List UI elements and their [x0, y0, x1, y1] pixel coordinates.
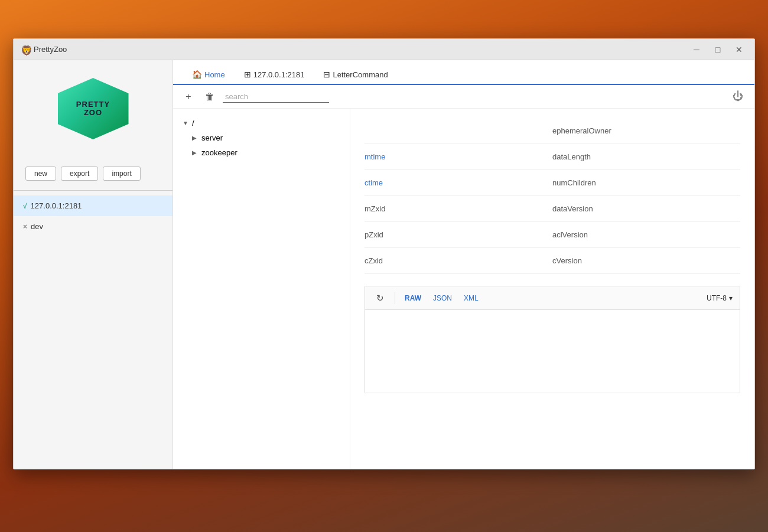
encoding-arrow: ▾: [729, 294, 733, 302]
server-prefix-active: √: [23, 202, 27, 210]
new-button[interactable]: new: [25, 167, 56, 181]
encoding-label: UTF-8: [707, 294, 727, 302]
hex-shape: PRETTY ZOO: [58, 78, 129, 139]
format-json-button[interactable]: JSON: [431, 293, 454, 303]
logo-text: PRETTY ZOO: [76, 100, 110, 118]
power-button[interactable]: ⏻: [728, 87, 747, 106]
detail-mzxid: mZxid: [365, 196, 552, 222]
detail-mtime: mtime: [365, 144, 552, 170]
server-name-dev: dev: [31, 222, 43, 231]
server-arrow: ▶: [192, 135, 199, 141]
root-arrow: ▼: [183, 120, 190, 126]
breadcrumb-home[interactable]: 🏠 Home: [183, 65, 235, 85]
format-raw-button[interactable]: RAW: [402, 293, 424, 303]
maximize-button[interactable]: □: [710, 43, 726, 56]
detail-grid: ephemeralOwner mtime dataLength ctime nu…: [365, 118, 740, 274]
zookeeper-arrow: ▶: [192, 149, 199, 156]
tree-and-detail: ▼ / ▶ server ▶ zookeeper: [173, 109, 754, 469]
detail-cversion: cVersion: [552, 248, 740, 274]
refresh-button[interactable]: ↻: [372, 291, 388, 306]
window-body: PRETTY ZOO new export import √ 127.0.0.1…: [14, 60, 754, 469]
export-button[interactable]: export: [61, 167, 98, 181]
format-xml-button[interactable]: XML: [461, 293, 481, 303]
minimize-button[interactable]: ─: [688, 43, 705, 56]
zookeeper-node-label: zookeeper: [201, 148, 237, 157]
delete-node-button[interactable]: 🗑: [201, 89, 218, 105]
editor-divider: [395, 292, 395, 304]
breadcrumb-server[interactable]: ⊞ 127.0.0.1:2181: [235, 65, 314, 85]
detail-ctime: ctime: [365, 170, 552, 196]
detail-czxid: cZxid: [365, 248, 552, 274]
close-button[interactable]: ✕: [731, 43, 747, 56]
server-list: √ 127.0.0.1:2181 × dev: [14, 195, 173, 469]
detail-aclversion: aclVersion: [552, 222, 740, 248]
breadcrumb: 🏠 Home ⊞ 127.0.0.1:2181 ⊟ LetterCommand: [173, 60, 754, 85]
window-controls: ─ □ ✕: [688, 43, 747, 56]
tree-panel: ▼ / ▶ server ▶ zookeeper: [173, 109, 350, 469]
add-node-button[interactable]: +: [180, 89, 197, 105]
tree-root[interactable]: ▼ /: [173, 116, 350, 130]
server-item-local[interactable]: √ 127.0.0.1:2181: [14, 195, 173, 216]
detail-datalength: dataLength: [552, 144, 740, 170]
breadcrumb-node-label: LetterCommand: [333, 70, 388, 79]
title-bar: 🦁 PrettyZoo ─ □ ✕: [14, 39, 754, 60]
root-label: /: [192, 119, 194, 128]
node-icon: ⊟: [323, 70, 330, 79]
import-button[interactable]: import: [103, 167, 140, 181]
home-icon: 🏠: [192, 70, 202, 79]
sidebar: PRETTY ZOO new export import √ 127.0.0.1…: [14, 60, 173, 469]
detail-pzxid: pZxid: [365, 222, 552, 248]
detail-ephemeralowner: ephemeralOwner: [552, 118, 740, 144]
app-icon: 🦁: [21, 45, 30, 54]
sidebar-divider: [14, 190, 173, 191]
app-window: 🦁 PrettyZoo ─ □ ✕ PRETTY ZOO: [13, 38, 755, 469]
server-prefix-offline: ×: [23, 223, 27, 231]
breadcrumb-server-label: 127.0.0.1:2181: [253, 70, 305, 79]
server-item-dev[interactable]: × dev: [14, 216, 173, 237]
detail-numchildren: numChildren: [552, 170, 740, 196]
app-title: PrettyZoo: [34, 45, 688, 54]
server-icon: ⊞: [244, 70, 251, 79]
server-node-label: server: [201, 133, 223, 142]
breadcrumb-node[interactable]: ⊟ LetterCommand: [314, 65, 397, 85]
editor-toolbar: ↻ RAW JSON XML UTF-8 ▾: [365, 286, 740, 310]
tree-node-zookeeper[interactable]: ▶ zookeeper: [173, 145, 350, 160]
editor-content[interactable]: [365, 310, 740, 393]
tree-node-server[interactable]: ▶ server: [173, 130, 350, 145]
data-editor: ↻ RAW JSON XML UTF-8 ▾: [365, 286, 740, 393]
detail-dataversion: dataVersion: [552, 196, 740, 222]
encoding-select[interactable]: UTF-8 ▾: [707, 294, 733, 302]
detail-item: [365, 118, 552, 144]
main-panel: 🏠 Home ⊞ 127.0.0.1:2181 ⊟ LetterCommand …: [173, 60, 754, 469]
logo-hex: PRETTY ZOO: [58, 72, 129, 155]
breadcrumb-home-label: Home: [204, 70, 225, 79]
detail-panel: ephemeralOwner mtime dataLength ctime nu…: [350, 109, 754, 469]
toolbar: + 🗑 ⏻: [173, 85, 754, 109]
server-name-local: 127.0.0.1:2181: [31, 201, 82, 210]
logo-area: PRETTY ZOO: [14, 60, 173, 167]
content-area: ▼ / ▶ server ▶ zookeeper: [173, 109, 754, 469]
search-input[interactable]: [223, 91, 329, 103]
sidebar-actions: new export import: [14, 167, 173, 190]
